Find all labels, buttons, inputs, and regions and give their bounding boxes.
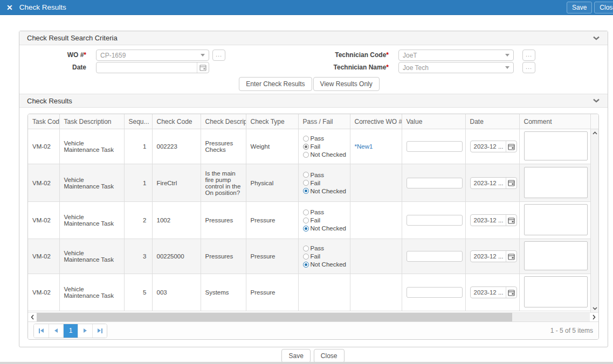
titlebar-close-button[interactable]: Close [594, 2, 613, 13]
not-checked-radio[interactable]: Not Checked [303, 187, 347, 195]
horizontal-scrollbar[interactable] [28, 312, 598, 321]
dropdown-arrow-icon[interactable] [197, 50, 209, 60]
enter-check-results-button[interactable]: Enter Check Results [239, 77, 312, 91]
pager-next-button[interactable] [78, 324, 92, 338]
fail-radio[interactable]: Fail [303, 253, 347, 260]
column-header-corrective-wo[interactable]: Corrective WO # [350, 114, 402, 129]
corrective-wo-link[interactable]: *New1 [355, 143, 373, 150]
required-marker: * [386, 51, 389, 59]
value-input[interactable] [407, 215, 463, 226]
pager-page-1-button[interactable]: 1 [63, 324, 78, 338]
pager-first-button[interactable] [34, 324, 49, 338]
value-input[interactable] [407, 141, 463, 152]
column-header-check-type[interactable]: Check Type [246, 114, 298, 129]
calendar-icon[interactable] [506, 141, 516, 152]
check-type-cell: Weight [246, 129, 298, 164]
calendar-icon[interactable] [197, 62, 209, 73]
vertical-scrollbar[interactable] [590, 129, 598, 312]
check-code-cell: 003 [152, 274, 201, 311]
column-header-task-code[interactable]: Task Code [28, 114, 59, 129]
radio-icon [303, 218, 309, 223]
view-results-only-button[interactable]: View Results Only [313, 77, 380, 91]
value-input[interactable] [407, 178, 463, 188]
column-header-date[interactable]: Date [465, 114, 519, 129]
titlebar-actions: Save Close [567, 2, 613, 13]
column-header-value[interactable]: Value [402, 114, 465, 129]
fail-radio[interactable]: Fail [303, 143, 347, 150]
titlebar-save-button[interactable]: Save [567, 2, 592, 13]
scroll-down-icon [593, 307, 597, 310]
task-code-cell: VM-02 [28, 164, 59, 202]
date-picker[interactable]: 2023-12 ... [470, 286, 518, 298]
search-section-header[interactable]: Check Result Search Criteria [19, 31, 608, 45]
column-header-comment[interactable]: Comment [519, 114, 590, 129]
date-input[interactable] [96, 62, 209, 73]
date-cell: 2023-12 ... [465, 129, 519, 164]
comment-textarea[interactable] [524, 276, 588, 307]
grid-header-row: Task Code Task Description Sequ... Check… [28, 114, 598, 129]
calendar-icon[interactable] [506, 215, 516, 226]
task-description-cell: Vehicle Maintenance Task [59, 239, 124, 274]
dropdown-arrow-icon[interactable] [501, 62, 513, 73]
radio-label: Not Checked [311, 187, 346, 195]
column-header-check-code[interactable]: Check Code [152, 114, 201, 129]
check-code-cell: 002223 [152, 129, 201, 164]
radio-label: Pass [311, 171, 325, 179]
calendar-icon[interactable] [506, 251, 516, 262]
close-icon[interactable]: ✕ [6, 3, 13, 12]
dropdown-arrow-icon[interactable] [501, 50, 513, 60]
date-picker[interactable]: 2023-12 ... [470, 141, 518, 152]
pager-previous-button[interactable] [49, 324, 63, 338]
calendar-icon[interactable] [506, 287, 516, 298]
task-description-cell: Vehicle Maintenance Task [59, 129, 124, 164]
scroll-right-icon[interactable] [590, 313, 598, 321]
search-section-title: Check Result Search Criteria [27, 34, 118, 42]
pass-fail-cell: Pass Fail Not Checked [298, 202, 350, 239]
column-header-check-description[interactable]: Check Descrip... [201, 114, 246, 129]
pass-radio[interactable]: Pass [303, 135, 347, 142]
search-criteria-form: WO #* CP-1659 ... Technician Code* JoeT … [19, 50, 608, 94]
not-checked-radio[interactable]: Not Checked [303, 261, 347, 268]
scroll-left-icon[interactable] [28, 313, 37, 321]
radio-icon [303, 209, 309, 215]
date-picker[interactable]: 2023-12 ... [470, 214, 518, 226]
value-input[interactable] [407, 251, 463, 262]
pager-last-button[interactable] [92, 324, 107, 338]
value-input[interactable] [407, 287, 463, 298]
technician-code-combobox[interactable]: JoeT [398, 50, 514, 61]
pass-radio[interactable]: Pass [303, 171, 347, 179]
column-header-pass-fail[interactable]: Pass / Fail [298, 114, 350, 129]
fail-radio[interactable]: Fail [303, 179, 347, 187]
not-checked-radio[interactable]: Not Checked [303, 225, 347, 232]
wo-combobox[interactable]: CP-1659 [96, 50, 209, 61]
value-cell [402, 239, 465, 274]
date-picker[interactable]: 2023-12 ... [470, 177, 518, 189]
fail-radio[interactable]: Fail [303, 216, 347, 224]
value-cell [402, 202, 465, 239]
column-header-task-description[interactable]: Task Description [59, 114, 124, 129]
required-marker: * [386, 64, 389, 71]
technician-name-browse-button[interactable]: ... [522, 62, 535, 73]
calendar-icon[interactable] [506, 178, 516, 188]
results-section-header[interactable]: Check Results [19, 94, 608, 108]
not-checked-radio[interactable]: Not Checked [303, 151, 347, 158]
radio-label: Fail [311, 143, 321, 150]
pass-radio[interactable]: Pass [303, 208, 347, 216]
save-button[interactable]: Save [281, 349, 310, 363]
comment-textarea[interactable] [524, 241, 588, 270]
date-picker[interactable]: 2023-12 ... [470, 250, 518, 262]
comment-textarea[interactable] [524, 167, 588, 198]
scrollbar-track[interactable] [37, 313, 590, 321]
date-picker-value: 2023-12 ... [474, 217, 504, 223]
comment-cell [519, 202, 590, 239]
comment-textarea[interactable] [524, 131, 588, 160]
technician-name-combobox[interactable]: Joe Tech [398, 62, 514, 73]
pass-radio[interactable]: Pass [303, 244, 347, 252]
wo-browse-button[interactable]: ... [212, 50, 225, 61]
close-button[interactable]: Close [314, 349, 345, 363]
column-header-sequence[interactable]: Sequ... [124, 114, 152, 129]
comment-textarea[interactable] [524, 204, 588, 235]
value-cell [402, 164, 465, 202]
technician-code-browse-button[interactable]: ... [522, 50, 535, 61]
scrollbar-thumb[interactable] [37, 313, 512, 321]
